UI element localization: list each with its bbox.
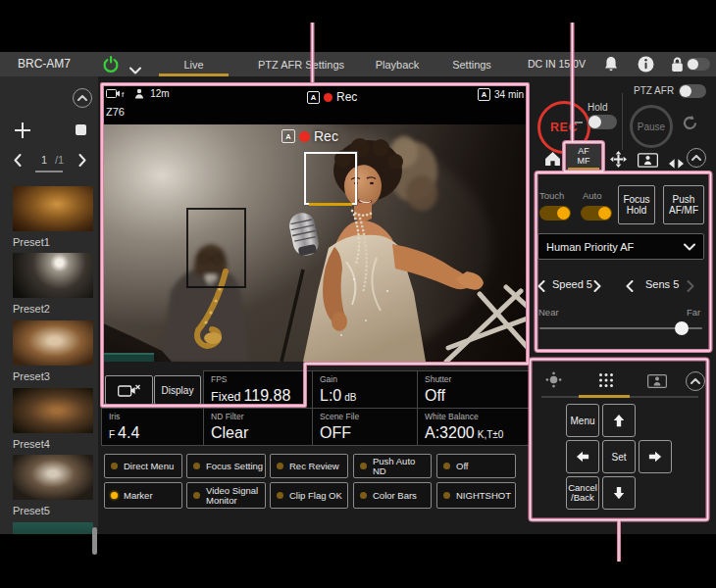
assignable-button-off[interactable]: Off [436, 454, 516, 478]
button-label: Marker [124, 491, 153, 501]
preset-sidebar: 1 /1 Preset1 Preset2 Preset3 Preset4 Pre… [0, 76, 98, 534]
af-speed-increase[interactable] [593, 278, 601, 296]
pad-collapse-button[interactable] [686, 371, 705, 391]
touch-focus-toggle[interactable] [539, 206, 571, 220]
ptz-afr-toggle[interactable] [679, 84, 706, 98]
status-cell-iris[interactable]: Iris F4.4 [101, 408, 204, 446]
status-cell-nd-filter[interactable]: ND Filter Clear [203, 408, 313, 446]
zoom-position: Z76 [106, 106, 125, 118]
tab-live[interactable]: Live [159, 52, 229, 76]
pad-tab-menu-keys[interactable] [598, 372, 614, 392]
toggle-knob [557, 207, 570, 220]
tab-ptz-afr-settings[interactable]: PTZ AFR Settings [247, 52, 355, 76]
preset-page-prev[interactable] [14, 153, 22, 171]
status-cell-scene-file[interactable]: Scene File OFF [312, 408, 418, 446]
set-button[interactable]: Set [602, 440, 636, 473]
menu-button[interactable]: Menu [566, 404, 599, 437]
gain-value: L:0 [320, 387, 341, 405]
preset-thumbnail-3[interactable] [13, 320, 93, 366]
ptz-afr-pause-button[interactable]: Pause [630, 105, 673, 148]
pad-tab-subject-tracking[interactable] [647, 374, 667, 392]
led-indicator [277, 463, 283, 469]
afmf-label-line2: MF [578, 157, 590, 167]
assignable-button-direct-menu[interactable]: Direct Menu [104, 454, 182, 478]
scene-file-value: OFF [320, 424, 351, 442]
gain-unit: dB [344, 392, 356, 403]
preset-thumbnail-5[interactable] [13, 455, 93, 500]
power-button[interactable] [102, 55, 120, 77]
plus-icon [14, 122, 31, 139]
preset-label-3: Preset3 [13, 370, 50, 382]
display-button[interactable]: Display [154, 375, 201, 405]
status-cell-shutter[interactable]: Shutter Off [417, 370, 530, 409]
assignable-button-focus-setting[interactable]: Focus Setting [186, 454, 266, 478]
led-indicator [443, 463, 450, 469]
tab-left-right-control[interactable] [669, 155, 684, 172]
push-af-mf-button[interactable]: Push AF/MF [663, 185, 704, 224]
iris-label: Iris [109, 412, 120, 421]
sidebar-collapse-button[interactable] [73, 88, 92, 108]
status-cell-gain[interactable]: Gain L:0dB [312, 370, 418, 409]
assignable-button-clip-flag-ok[interactable]: Clip Flag OK [270, 482, 348, 509]
left-button[interactable] [566, 440, 599, 473]
focus-slider-knob[interactable] [675, 321, 689, 335]
preset-thumbnail-4[interactable] [13, 388, 93, 433]
tab-settings[interactable]: Settings [439, 52, 504, 76]
chevron-up-icon [691, 155, 701, 161]
button-label: Focus Setting [206, 462, 263, 471]
af-mode-dropdown[interactable]: Human Priority AF [537, 233, 704, 260]
cancel-back-button[interactable]: Cancel /Back [566, 476, 599, 510]
af-speed-decrease[interactable] [537, 278, 545, 296]
toggle-knob [688, 59, 698, 70]
device-name: BRC-AM7 [18, 57, 71, 71]
tab-home[interactable] [544, 151, 561, 171]
arrow-right-icon [648, 450, 662, 464]
assignable-button-push-auto-nd[interactable]: Push Auto ND [353, 454, 432, 478]
assignable-button-nightshot[interactable]: NIGHTSHOT [436, 482, 516, 509]
bell-icon [604, 56, 618, 73]
assignable-button-marker[interactable]: Marker [104, 482, 182, 509]
led-indicator [193, 463, 200, 469]
status-cell-fps[interactable]: FPS Fixed119.88 [203, 370, 313, 409]
ptz-afr-restart-button[interactable] [682, 115, 698, 135]
tab-playback[interactable]: Playback [363, 52, 432, 76]
rec-hold-toggle[interactable] [588, 115, 617, 129]
notifications-button[interactable] [604, 56, 618, 76]
preset-page-next[interactable] [78, 153, 86, 171]
rec-status-label: Rec [336, 90, 357, 104]
up-button[interactable] [602, 404, 636, 437]
stop-preset-button[interactable] [76, 124, 86, 135]
info-button[interactable] [638, 56, 654, 76]
hold-dash-icon [575, 122, 583, 123]
panel-collapse-button[interactable] [687, 148, 706, 168]
chevron-up-icon [690, 378, 700, 384]
pad-tab-joystick[interactable] [545, 371, 562, 392]
add-preset-button[interactable] [14, 122, 31, 143]
led-indicator [360, 492, 367, 499]
preset-thumbnail-2[interactable] [13, 253, 93, 298]
tab-pan-tilt[interactable] [610, 151, 627, 172]
pad-active-tab-underline [579, 395, 630, 398]
down-button[interactable] [602, 476, 636, 510]
assignable-button-color-bars[interactable]: Color Bars [353, 482, 432, 509]
stream-off-button[interactable] [105, 375, 153, 405]
af-sens-decrease[interactable] [626, 278, 634, 296]
right-button[interactable] [639, 440, 672, 473]
af-sens-increase[interactable] [687, 278, 694, 296]
tab-subject-tracking[interactable] [638, 153, 658, 172]
screen-lock-toggle[interactable] [687, 58, 710, 71]
auto-focus-toggle[interactable] [581, 206, 612, 220]
rec-section-divider [622, 93, 623, 150]
button-label: Direct Menu [124, 462, 174, 471]
auto-label: Auto [583, 190, 602, 201]
tab-af-mf[interactable]: AF MF [566, 143, 601, 171]
focus-hold-button[interactable]: Focus Hold [618, 185, 655, 224]
restart-loop-icon [682, 115, 698, 131]
preset-thumbnail-1[interactable] [13, 186, 93, 231]
preset-list-scrollbar[interactable] [92, 527, 97, 555]
assignable-button-rec-review[interactable]: Rec Review [270, 454, 348, 478]
preset-thumbnail-6-partial[interactable] [13, 522, 93, 534]
status-cell-white-balance[interactable]: White Balance A:3200K,T±0 [417, 408, 530, 446]
subject-detection-frame [186, 208, 246, 288]
assignable-button-video-signal-monitor[interactable]: Video Signal Monitor [186, 482, 266, 509]
